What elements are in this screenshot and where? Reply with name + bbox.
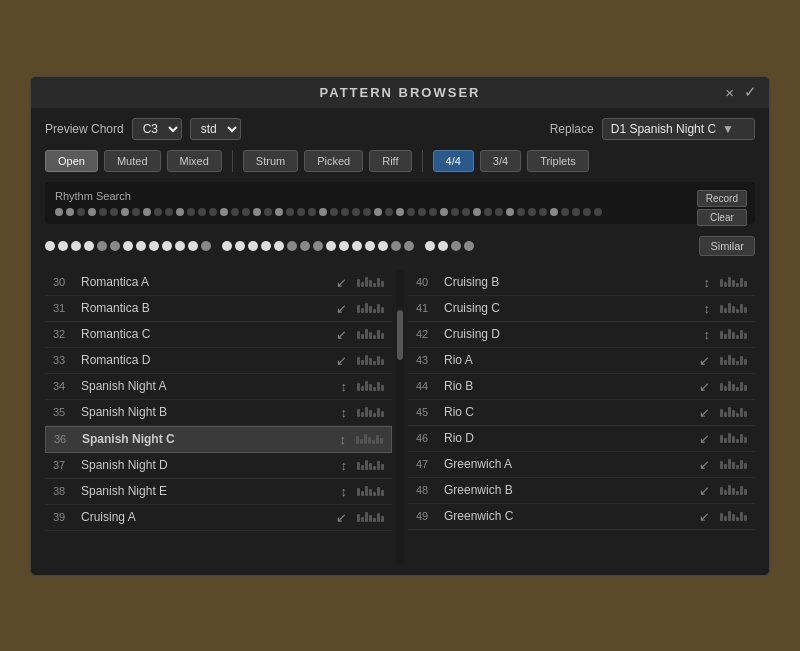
similar-button[interactable]: Similar [699, 236, 755, 256]
list-item[interactable]: 40Cruising B↕ [408, 270, 755, 296]
item-type-icon: ↕ [340, 432, 347, 447]
filter-muted[interactable]: Muted [104, 150, 161, 172]
item-number: 38 [53, 485, 75, 497]
item-bars [720, 511, 747, 521]
list-item[interactable]: 39Cruising A↙ [45, 505, 392, 531]
item-type-icon: ↙ [699, 405, 710, 420]
list-item[interactable]: 37Spanish Night D↕ [45, 453, 392, 479]
item-type-icon: ↕ [341, 379, 348, 394]
list-item[interactable]: 33Romantica D↙ [45, 348, 392, 374]
filter-strum[interactable]: Strum [243, 150, 298, 172]
sim-dot-28 [404, 241, 414, 251]
filter-row: Open Muted Mixed Strum Picked Riff 4/4 3… [45, 150, 755, 172]
item-name: Romantica A [81, 275, 330, 289]
list-item[interactable]: 45Rio C↙ [408, 400, 755, 426]
item-bars [357, 355, 384, 365]
r-dot-6 [110, 208, 118, 216]
filter-riff[interactable]: Riff [369, 150, 411, 172]
r-dot-23 [297, 208, 305, 216]
r-dot-29 [363, 208, 371, 216]
item-type-icon: ↙ [699, 431, 710, 446]
list-item[interactable]: 44Rio B↙ [408, 374, 755, 400]
r-dot-44 [528, 208, 536, 216]
list-item[interactable]: 43Rio A↙ [408, 348, 755, 374]
rhythm-search-section: Rhythm Search [45, 182, 755, 224]
item-type-icon: ↙ [336, 510, 347, 525]
sim-dot-7 [123, 241, 133, 251]
list-item[interactable]: 34Spanish Night A↕ [45, 374, 392, 400]
list-item[interactable]: 31Romantica B↙ [45, 296, 392, 322]
item-name: Cruising C [444, 301, 698, 315]
sim-dot-32 [464, 241, 474, 251]
pattern-browser-dialog: PATTERN BROWSER × ✓ Preview Chord C3 C4 … [30, 76, 770, 576]
title-bar: PATTERN BROWSER × ✓ [31, 77, 769, 108]
r-dot-13 [187, 208, 195, 216]
item-name: Spanish Night B [81, 405, 335, 419]
sim-dot-14 [222, 241, 232, 251]
sim-dot-19 [287, 241, 297, 251]
item-name: Cruising D [444, 327, 698, 341]
main-content: Preview Chord C3 C4 std alt Replace D1 S… [31, 108, 769, 575]
list-item[interactable]: 49Greenwich C↙ [408, 504, 755, 530]
item-name: Rio B [444, 379, 693, 393]
item-type-icon: ↙ [699, 353, 710, 368]
confirm-button[interactable]: ✓ [744, 83, 757, 101]
list-item[interactable]: 42Cruising D↕ [408, 322, 755, 348]
sim-dot-2 [58, 241, 68, 251]
item-type-icon: ↙ [699, 379, 710, 394]
close-button[interactable]: × [725, 83, 734, 101]
r-dot-37 [451, 208, 459, 216]
scrollbar[interactable] [396, 270, 404, 565]
item-name: Greenwich C [444, 509, 693, 523]
rhythm-action-buttons: Record Clear [697, 190, 747, 226]
r-dot-2 [66, 208, 74, 216]
list-item[interactable]: 48Greenwich B↙ [408, 478, 755, 504]
replace-dropdown-arrow[interactable]: ▼ [722, 122, 734, 136]
clear-button[interactable]: Clear [697, 209, 747, 226]
r-dot-20 [264, 208, 272, 216]
list-item[interactable]: 46Rio D↙ [408, 426, 755, 452]
r-dot-33 [407, 208, 415, 216]
item-number: 47 [416, 458, 438, 470]
title-controls: × ✓ [725, 83, 757, 101]
item-type-icon: ↕ [704, 327, 711, 342]
list-item[interactable]: 30Romantica A↙ [45, 270, 392, 296]
r-dot-15 [209, 208, 217, 216]
r-dot-40 [484, 208, 492, 216]
r-dot-31 [385, 208, 393, 216]
list-item[interactable]: 32Romantica C↙ [45, 322, 392, 348]
item-number: 46 [416, 432, 438, 444]
sim-dot-20 [300, 241, 310, 251]
filter-triplets[interactable]: Triplets [527, 150, 589, 172]
record-button[interactable]: Record [697, 190, 747, 207]
rhythm-dots [55, 208, 745, 216]
item-name: Spanish Night A [81, 379, 335, 393]
r-dot-26 [330, 208, 338, 216]
filter-mixed[interactable]: Mixed [167, 150, 222, 172]
scrollbar-thumb[interactable] [397, 310, 403, 360]
item-type-icon: ↙ [336, 275, 347, 290]
chord-mode-select[interactable]: std alt [190, 118, 241, 140]
filter-4-4[interactable]: 4/4 [433, 150, 474, 172]
list-item[interactable]: 36Spanish Night C↕ [45, 426, 392, 453]
chord-note-select[interactable]: C3 C4 [132, 118, 182, 140]
r-dot-35 [429, 208, 437, 216]
r-dot-4 [88, 208, 96, 216]
list-item[interactable]: 41Cruising C↕ [408, 296, 755, 322]
item-bars [720, 485, 747, 495]
r-dot-43 [517, 208, 525, 216]
item-bars [720, 303, 747, 313]
filter-picked[interactable]: Picked [304, 150, 363, 172]
item-name: Rio A [444, 353, 693, 367]
item-type-icon: ↙ [336, 353, 347, 368]
item-bars [720, 407, 747, 417]
sim-dot-30 [438, 241, 448, 251]
list-item[interactable]: 47Greenwich A↙ [408, 452, 755, 478]
sim-dot-11 [175, 241, 185, 251]
filter-open[interactable]: Open [45, 150, 98, 172]
sim-dot-8 [136, 241, 146, 251]
list-item[interactable]: 38Spanish Night E↕ [45, 479, 392, 505]
r-dot-16 [220, 208, 228, 216]
filter-3-4[interactable]: 3/4 [480, 150, 521, 172]
list-item[interactable]: 35Spanish Night B↕ [45, 400, 392, 426]
